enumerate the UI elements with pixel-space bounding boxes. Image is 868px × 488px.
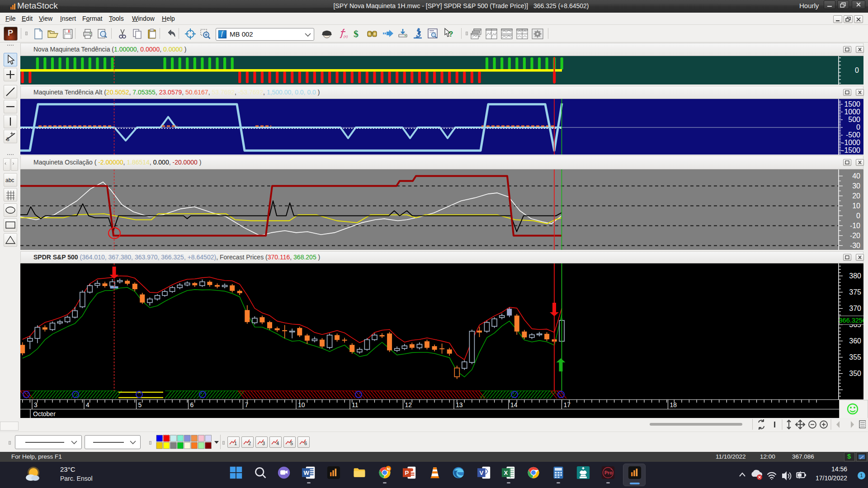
- svg-text:-1000: -1000: [842, 139, 860, 146]
- svg-text:6: 6: [304, 441, 307, 446]
- svg-text:5: 5: [138, 401, 142, 408]
- svg-text:4: 4: [86, 401, 90, 408]
- svg-text:3: 3: [34, 401, 38, 408]
- svg-text:-30: -30: [850, 242, 860, 249]
- svg-text:20: 20: [852, 192, 860, 200]
- svg-text:10: 10: [852, 202, 860, 210]
- svg-text:X: X: [504, 469, 508, 476]
- svg-text:?: ?: [448, 30, 453, 38]
- svg-text:11: 11: [352, 401, 359, 408]
- svg-text:366.3250: 366.3250: [839, 317, 863, 324]
- svg-text:0: 0: [856, 123, 860, 131]
- svg-text:-20: -20: [850, 232, 860, 239]
- svg-text:355: 355: [849, 353, 861, 361]
- svg-text:W: W: [304, 469, 310, 476]
- svg-text:380: 380: [849, 272, 861, 280]
- svg-text:1500: 1500: [844, 100, 860, 108]
- svg-text:370: 370: [849, 305, 861, 312]
- svg-text:5: 5: [290, 441, 293, 446]
- svg-text:4: 4: [276, 441, 279, 446]
- svg-text:13: 13: [456, 401, 463, 408]
- svg-text:40: 40: [852, 172, 860, 180]
- svg-text:500: 500: [848, 116, 860, 123]
- svg-text:-500: -500: [846, 131, 860, 139]
- svg-text:N: N: [387, 467, 390, 471]
- svg-text:P: P: [405, 469, 409, 476]
- svg-text:17: 17: [564, 401, 571, 408]
- svg-text:(x): (x): [344, 34, 348, 38]
- svg-text:14: 14: [510, 401, 518, 408]
- svg-text:18: 18: [670, 401, 677, 408]
- svg-text:0: 0: [855, 66, 859, 74]
- svg-text:-10: -10: [850, 222, 860, 230]
- svg-text:October: October: [33, 410, 56, 418]
- svg-text:-1500: -1500: [842, 146, 860, 154]
- svg-text:Pro: Pro: [604, 470, 613, 475]
- svg-text:350: 350: [849, 370, 861, 377]
- svg-text:0: 0: [856, 212, 860, 220]
- svg-text:10: 10: [298, 401, 305, 408]
- svg-text:3: 3: [262, 441, 265, 446]
- svg-text:360: 360: [849, 337, 861, 345]
- svg-text:1: 1: [234, 441, 237, 446]
- svg-text:7: 7: [245, 401, 249, 408]
- svg-text:V: V: [479, 469, 483, 476]
- svg-text:6: 6: [190, 401, 194, 408]
- svg-text:375: 375: [849, 288, 861, 296]
- svg-text:S: S: [6, 137, 9, 142]
- svg-text:1000: 1000: [844, 108, 860, 116]
- svg-text:abc: abc: [5, 177, 14, 183]
- svg-text:$: $: [354, 28, 359, 39]
- svg-text:30: 30: [852, 182, 860, 190]
- svg-text:12: 12: [405, 401, 412, 408]
- svg-text:2: 2: [248, 441, 251, 446]
